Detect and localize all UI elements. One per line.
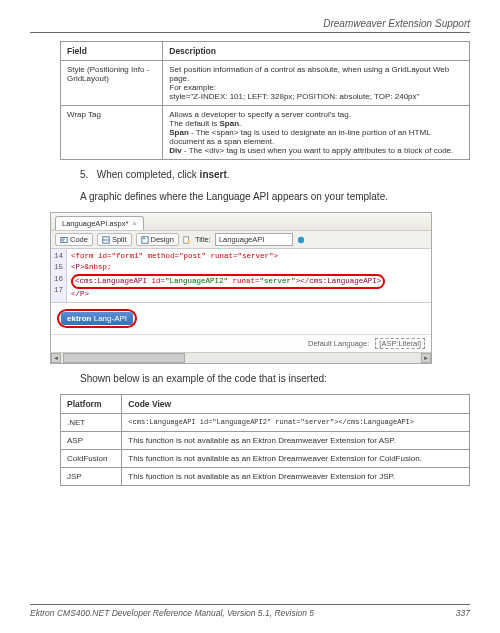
scroll-left-button[interactable]: ◄ (51, 353, 61, 363)
footer-rule (30, 604, 470, 605)
th-platform: Platform (61, 395, 122, 414)
tab-bar: LanguageAPI.aspx*× (51, 213, 431, 230)
code-editor[interactable]: 14 15 16 17 <form id="form1" method="pos… (51, 249, 431, 302)
cell-code: This function is not available as an Ekt… (122, 450, 470, 468)
cell-code: <cms:LanguageAPI id="LanguageAPI2" runat… (122, 414, 470, 432)
page-footer: Ektron CMS400.NET Developer Reference Ma… (30, 604, 470, 618)
title-label: Title: (195, 235, 211, 244)
th-codeview: Code View (122, 395, 470, 414)
step-number: 5. (80, 168, 94, 182)
browser-check-icon[interactable] (297, 236, 305, 244)
svg-point-8 (187, 240, 190, 243)
svg-point-9 (298, 236, 304, 242)
control-badge-highlight: ektron Lang-API (57, 309, 137, 328)
document-options-icon[interactable] (183, 236, 191, 244)
table-row: JSP This function is not available as an… (61, 468, 470, 486)
property-row: Default Language: [ASP:Literal] (51, 334, 431, 352)
field-description-table: Field Description Style (Positioning Inf… (60, 41, 470, 160)
table-row: .NET <cms:LanguageAPI id="LanguageAPI2" … (61, 414, 470, 432)
property-label: Default Language: (308, 339, 369, 348)
step-5: 5. When completed, click insert. (80, 168, 470, 182)
cell-code: This function is not available as an Ekt… (122, 468, 470, 486)
header-rule (30, 32, 470, 33)
design-view-button[interactable]: Design (136, 233, 179, 246)
code-line: <form id="form1" method="post" runat="se… (71, 251, 427, 262)
code-line: <P>&nbsp; (71, 262, 427, 273)
code-line-highlighted: <cms:LanguageAPI id="LanguageAPI2" runat… (71, 274, 427, 289)
cell-description: Allows a developer to specify a server c… (163, 106, 470, 160)
th-field: Field (61, 42, 163, 61)
table-row: Style (Positioning Info - GridLayout) Se… (61, 61, 470, 106)
cell-field: Style (Positioning Info - GridLayout) (61, 61, 163, 106)
svg-rect-6 (142, 237, 144, 239)
ektron-control-badge[interactable]: ektron Lang-API (61, 312, 133, 325)
code-lines: <form id="form1" method="post" runat="se… (67, 249, 431, 302)
document-page: Dreamweaver Extension Support Field Desc… (0, 0, 500, 633)
paragraph: Shown below is an example of the code th… (80, 372, 470, 386)
view-toolbar: Code Split Design Title: LanguageAPI (51, 230, 431, 249)
cell-platform: JSP (61, 468, 122, 486)
split-view-button[interactable]: Split (97, 233, 132, 246)
cell-platform: .NET (61, 414, 122, 432)
svg-rect-0 (61, 237, 67, 242)
page-number: 337 (456, 608, 470, 618)
code-line: </P> (71, 289, 427, 300)
footer-title: Ektron CMS400.NET Developer Reference Ma… (30, 608, 314, 618)
dreamweaver-screenshot: LanguageAPI.aspx*× Code Split Design Tit… (50, 212, 432, 364)
file-tab[interactable]: LanguageAPI.aspx*× (55, 216, 144, 230)
page-header: Dreamweaver Extension Support (30, 18, 470, 29)
line-gutter: 14 15 16 17 (51, 249, 67, 302)
platform-code-table: Platform Code View .NET <cms:LanguageAPI… (60, 394, 470, 486)
cell-field: Wrap Tag (61, 106, 163, 160)
scroll-right-button[interactable]: ► (421, 353, 431, 363)
table-row: ColdFusion This function is not availabl… (61, 450, 470, 468)
property-value: [ASP:Literal] (375, 338, 425, 349)
th-description: Description (163, 42, 470, 61)
design-pane[interactable]: ektron Lang-API (51, 302, 431, 334)
table-row: ASP This function is not available as an… (61, 432, 470, 450)
table-row: Wrap Tag Allows a developer to specify a… (61, 106, 470, 160)
code-icon (60, 236, 68, 244)
scroll-thumb[interactable] (63, 353, 185, 363)
cell-code: This function is not available as an Ekt… (122, 432, 470, 450)
cell-description: Set position information of a control as… (163, 61, 470, 106)
close-icon[interactable]: × (132, 219, 136, 228)
cell-platform: ASP (61, 432, 122, 450)
title-input[interactable]: LanguageAPI (215, 233, 293, 246)
paragraph: A graphic defines where the Language API… (80, 190, 470, 204)
horizontal-scrollbar[interactable]: ◄ ► (51, 352, 431, 363)
split-icon (102, 236, 110, 244)
design-icon (141, 236, 149, 244)
code-view-button[interactable]: Code (55, 233, 93, 246)
cell-platform: ColdFusion (61, 450, 122, 468)
